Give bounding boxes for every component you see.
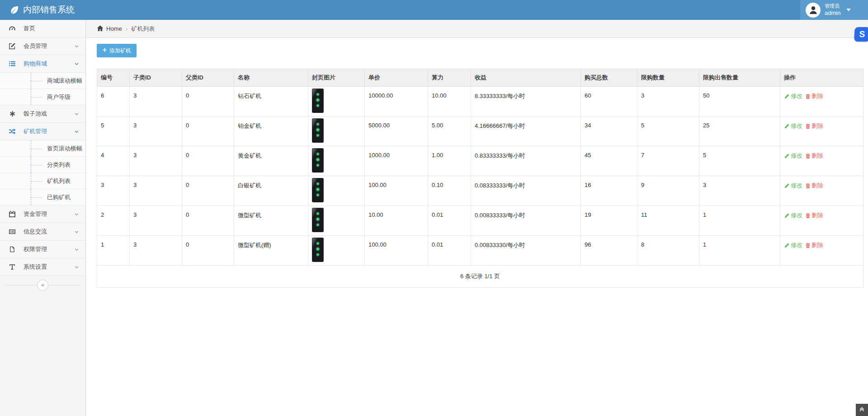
user-names: 管理员 admin: [825, 3, 840, 17]
trash-icon: [805, 243, 811, 248]
cell-name: 黄金矿机: [234, 146, 308, 176]
column-header: 编号: [97, 69, 130, 87]
sidebar-subitem-mall-banner[interactable]: 商城滚动横幅: [0, 73, 85, 89]
cell-cover-image: [308, 206, 365, 236]
cell-name: 微型矿机: [234, 206, 308, 236]
user-menu[interactable]: 管理员 admin: [800, 0, 868, 20]
dashboard-icon: [8, 25, 16, 32]
edit-link[interactable]: 修改: [784, 152, 802, 160]
trash-icon: [805, 213, 811, 219]
cell-parent-id: 0: [182, 236, 234, 266]
chevron-down-icon: [74, 265, 79, 270]
cell-sub-id: 3: [130, 176, 182, 206]
sidebar-collapse-button[interactable]: «: [37, 280, 48, 291]
cell-total-bought: 60: [581, 87, 637, 117]
cell-sub-id: 3: [130, 236, 182, 266]
angle-double-left-icon: «: [41, 281, 44, 288]
cell-name: 铂金矿机: [234, 117, 308, 146]
cell-operations: 修改删除: [780, 206, 863, 236]
sidebar-item-members[interactable]: 会员管理: [0, 37, 85, 55]
cell-parent-id: 0: [182, 117, 234, 146]
trash-icon: [805, 153, 811, 159]
miner-table-wrap: 编号子类ID父类ID名称封页图片单价算力收益购买总数限购数量限购出售数量操作 6…: [97, 69, 862, 288]
sidebar-subitem-purchased-miners[interactable]: 已购矿机: [0, 189, 85, 206]
cell-income: 0.00833330/每小时: [471, 236, 581, 266]
sidebar-subitem-label: 首页滚动横幅: [47, 145, 82, 153]
column-header: 父类ID: [182, 69, 234, 87]
delete-link[interactable]: 删除: [805, 122, 823, 130]
delete-link[interactable]: 删除: [805, 182, 823, 190]
delete-link[interactable]: 删除: [805, 152, 823, 160]
chevron-down-icon: [74, 229, 79, 234]
edit-icon: [8, 42, 16, 50]
file-icon: [8, 246, 16, 253]
pencil-icon: [784, 153, 790, 159]
sidebar-item-settings[interactable]: 系统设置: [0, 258, 85, 276]
sidebar-item-mall[interactable]: 购物商城: [0, 55, 85, 73]
table-row: 230微型矿机10.000.010.00833333/每小时19111修改删除: [97, 206, 863, 236]
cell-income: 4.16666667/每小时: [471, 117, 581, 146]
column-header: 单价: [365, 69, 428, 87]
sidebar-subitem-merchant-level[interactable]: 商户等级: [0, 89, 85, 105]
cell-limit-sell: 5: [699, 146, 780, 176]
delete-link[interactable]: 删除: [805, 92, 823, 100]
sidebar-subitem-label: 已购矿机: [47, 193, 71, 201]
extension-badge[interactable]: S: [854, 27, 868, 42]
trash-icon: [805, 183, 811, 189]
sidebar-item-messages[interactable]: 信息交流: [0, 223, 85, 241]
edit-link[interactable]: 修改: [784, 122, 802, 130]
cell-parent-id: 0: [182, 206, 234, 236]
user-name: admin: [825, 9, 840, 17]
chevron-down-icon: [74, 61, 79, 66]
sidebar-item-label: 首页: [24, 24, 35, 33]
chevron-down-icon: [74, 212, 79, 217]
sidebar-subitem-miner-list[interactable]: 矿机列表: [0, 173, 85, 189]
cell-limit-sell: 1: [699, 236, 780, 266]
column-header: 算力: [428, 69, 471, 87]
cell-limit-sell: 3: [699, 176, 780, 206]
cell-operations: 修改删除: [780, 176, 863, 206]
sidebar-item-funds[interactable]: 资金管理: [0, 206, 85, 223]
sidebar-item-home[interactable]: 首页: [0, 20, 85, 37]
user-role: 管理员: [825, 3, 840, 9]
edit-link[interactable]: 修改: [784, 182, 802, 190]
sidebar-subitem-category-list[interactable]: 分类列表: [0, 157, 85, 173]
miner-table-body: 630钻石矿机10000.0010.008.33333333/每小时60350修…: [97, 87, 863, 266]
cell-parent-id: 0: [182, 176, 234, 206]
delete-link[interactable]: 删除: [805, 211, 823, 220]
edit-link[interactable]: 修改: [784, 92, 802, 100]
edit-link[interactable]: 修改: [784, 241, 802, 249]
sidebar-item-label: 骰子游戏: [24, 110, 47, 118]
column-header: 收益: [471, 69, 581, 87]
sidebar-subitem-home-banner[interactable]: 首页滚动横幅: [0, 140, 85, 157]
breadcrumb-separator: ›: [126, 25, 128, 33]
edit-link[interactable]: 修改: [784, 211, 802, 220]
table-row: 530铂金矿机5000.005.004.16666667/每小时34525修改删…: [97, 117, 863, 146]
back-to-top-button[interactable]: [856, 404, 868, 416]
cell-total-bought: 34: [581, 117, 637, 146]
cell-id: 4: [97, 146, 130, 176]
pencil-icon: [784, 93, 790, 99]
table-row: 330白银矿机100.000.100.08333333/每小时1693修改删除: [97, 176, 863, 206]
cell-total-bought: 19: [581, 206, 637, 236]
miner-product-image: [312, 148, 324, 173]
delete-link[interactable]: 删除: [805, 241, 823, 249]
sidebar-item-permissions[interactable]: 权限管理: [0, 241, 85, 258]
cell-id: 5: [97, 117, 130, 146]
add-miner-button[interactable]: 添加矿机: [97, 44, 137, 57]
cell-name: 微型矿机(赠): [234, 236, 308, 266]
app-brand: 内部销售系统: [0, 4, 75, 16]
cell-name: 钻石矿机: [234, 87, 308, 117]
cell-total-bought: 45: [581, 146, 637, 176]
cell-cover-image: [308, 176, 365, 206]
breadcrumb-home[interactable]: Home: [97, 25, 122, 33]
sidebar-item-dice-game[interactable]: 骰子游戏: [0, 105, 85, 123]
cell-sub-id: 3: [130, 87, 182, 117]
cell-power: 0.01: [428, 206, 471, 236]
cell-cover-image: [308, 236, 365, 266]
cell-price: 1000.00: [365, 146, 428, 176]
sidebar-item-miner-manage[interactable]: 矿机管理: [0, 123, 85, 140]
cell-parent-id: 0: [182, 87, 234, 117]
caret-down-icon: [846, 9, 851, 11]
table-row: 630钻石矿机10000.0010.008.33333333/每小时60350修…: [97, 87, 863, 117]
